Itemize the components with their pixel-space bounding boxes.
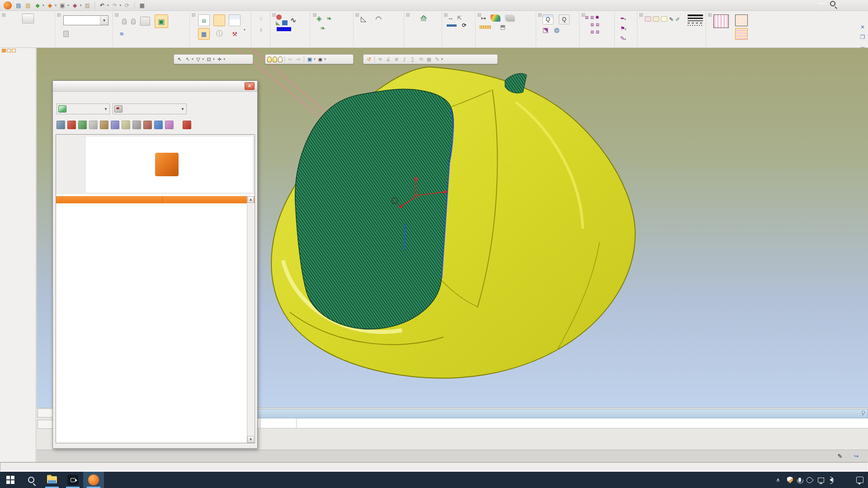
doc-restore-icon[interactable]: ❐: [858, 33, 867, 41]
close-button[interactable]: [854, 0, 868, 11]
view-globe-icon[interactable]: ◍: [554, 26, 559, 33]
scroll-down-icon[interactable]: ▼: [247, 436, 254, 443]
tool-holder-active-icon[interactable]: [735, 28, 748, 40]
sub-option-combobox[interactable]: ▼: [113, 103, 187, 114]
dialog-scrollbar[interactable]: ▲ ▼: [247, 196, 254, 443]
draft-surface-icon[interactable]: [505, 14, 515, 22]
angle-icon[interactable]: ∡: [385, 56, 392, 63]
surface-copy-icon[interactable]: ❧: [320, 24, 326, 32]
faint-color-swatch[interactable]: [661, 16, 667, 22]
capture-window-icon[interactable]: ▣: [58, 1, 66, 9]
stock-box-icon[interactable]: ⧈: [590, 14, 594, 20]
verify-icon[interactable]: [165, 121, 174, 129]
dropdown-arrow-icon[interactable]: ▾: [67, 4, 69, 7]
rotate-icon[interactable]: ⟲: [417, 56, 425, 63]
toolpath-bulb-icon[interactable]: [122, 19, 127, 24]
dock-button[interactable]: [7, 49, 11, 52]
surface-extend-icon[interactable]: ❧: [326, 14, 332, 23]
clip-cube-icon[interactable]: ⬔: [542, 26, 548, 33]
dropdown-arrow-icon[interactable]: ▾: [120, 4, 122, 7]
report-icon[interactable]: [143, 121, 152, 129]
stock-box-icon[interactable]: ⧈: [596, 21, 599, 28]
line-weight-icon[interactable]: [688, 18, 703, 19]
function-icon[interactable]: ƒ: [401, 56, 408, 63]
line-style-dash-icon[interactable]: [688, 23, 703, 23]
copy-ucs-icon[interactable]: ⟰: [420, 14, 427, 23]
dropdown-arrow-icon[interactable]: ▾: [624, 38, 626, 41]
taskbar-file-explorer[interactable]: [42, 472, 62, 488]
dialog-close-button[interactable]: ✕: [245, 82, 255, 90]
link-icon[interactable]: [100, 121, 108, 129]
dropdown-arrow-icon[interactable]: ▾: [314, 57, 316, 61]
import-tool-icon[interactable]: ◆: [46, 1, 54, 9]
tool-filter-icon[interactable]: [67, 121, 76, 129]
machining-tool-icon[interactable]: ⚒: [229, 28, 241, 40]
select-arrow-icon[interactable]: ↖: [176, 56, 183, 63]
search-input[interactable]: [818, 3, 826, 4]
select-add-icon[interactable]: ↖: [184, 56, 191, 63]
close-tool-icon[interactable]: [183, 121, 191, 129]
show-all-bulb-icon[interactable]: [267, 56, 272, 62]
rollback-icon[interactable]: ↺: [365, 56, 373, 63]
display-cube-icon[interactable]: ▣: [306, 56, 313, 63]
chevron-down-icon[interactable]: ▼: [179, 107, 186, 111]
pick-window-icon[interactable]: ⊡: [205, 56, 212, 63]
zoom-window-icon[interactable]: Q: [542, 14, 553, 24]
composite-curve-icon[interactable]: ◠: [375, 14, 382, 23]
list-icon[interactable]: [132, 121, 141, 129]
analysis-surface-icon[interactable]: [491, 14, 500, 22]
stock-box-icon[interactable]: ⧈: [596, 28, 599, 35]
brush-icon[interactable]: ✎: [835, 452, 844, 460]
stock-box-filled-icon[interactable]: ■: [595, 14, 599, 20]
model-combobox[interactable]: ▼: [63, 15, 108, 25]
template-icon[interactable]: [89, 121, 98, 129]
speaker-icon[interactable]: [830, 478, 833, 482]
doc-minimize-icon[interactable]: ─: [858, 43, 867, 51]
recording-device-icon[interactable]: [805, 476, 813, 484]
view-sphere-icon[interactable]: ◉: [317, 56, 324, 63]
copy-params-icon[interactable]: [78, 121, 87, 129]
dropdown-arrow-icon[interactable]: ▾: [624, 18, 626, 21]
process-list-icon[interactable]: ▤: [198, 14, 210, 26]
dropdown-arrow-icon[interactable]: ▾: [244, 28, 245, 40]
curve-squiggle-icon[interactable]: ∿: [290, 16, 296, 24]
start-button[interactable]: [0, 472, 21, 488]
stock-box-icon[interactable]: ⧈: [590, 28, 594, 35]
import-model-icon[interactable]: ◆: [33, 1, 42, 9]
switch-cad-icon[interactable]: [22, 14, 34, 23]
point-icon[interactable]: ⊕: [393, 56, 400, 63]
eyedropper-icon[interactable]: ✐: [675, 16, 680, 23]
machining-attrs-icon[interactable]: [713, 14, 729, 28]
stock-cube-icon[interactable]: [140, 17, 150, 26]
doc-close-icon[interactable]: ✕: [858, 23, 867, 31]
undo-icon[interactable]: ↶: [98, 1, 106, 9]
sketch-icon[interactable]: ◺: [361, 14, 366, 23]
template-icon[interactable]: ◆: [71, 1, 79, 9]
keypad-icon[interactable]: ▦: [138, 1, 146, 9]
tool-holder-icon[interactable]: [735, 14, 748, 26]
dropdown-arrow-icon[interactable]: ▾: [80, 4, 82, 7]
ruler-snap-icon[interactable]: ⇞: [259, 27, 268, 34]
main-option-combobox[interactable]: ▼: [57, 103, 110, 114]
table-view-icon[interactable]: ▦: [198, 28, 210, 40]
line-weight-icon[interactable]: [688, 14, 703, 16]
dropdown-arrow-icon[interactable]: ▾: [192, 57, 193, 61]
toolpath-list-icon[interactable]: ≋: [119, 31, 124, 37]
minimize-button[interactable]: [827, 0, 841, 11]
save-icon[interactable]: ▤: [14, 1, 23, 9]
hide-bulb-icon[interactable]: [278, 56, 283, 62]
dropdown-arrow-icon[interactable]: ▾: [325, 57, 326, 61]
tool-bulb-icon[interactable]: [131, 19, 136, 24]
dock-button[interactable]: [2, 49, 6, 52]
save-params-icon[interactable]: [154, 121, 163, 129]
measure-icon[interactable]: ↦: [481, 15, 486, 22]
grid-icon[interactable]: ▦: [425, 56, 433, 63]
ime-indicator[interactable]: [838, 476, 845, 483]
tray-expand-icon[interactable]: ∧: [774, 476, 782, 483]
line-style-solid-icon[interactable]: [688, 20, 703, 21]
prev-view-icon[interactable]: ⇦: [287, 56, 294, 63]
window-layout-icon[interactable]: [229, 14, 241, 26]
open-folder-icon[interactable]: ▨: [24, 1, 32, 9]
redo-icon[interactable]: ↷: [111, 1, 119, 9]
geometry-set-icon[interactable]: [276, 14, 288, 25]
